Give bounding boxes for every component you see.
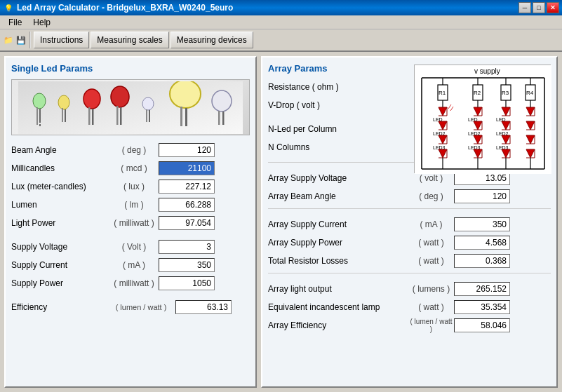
array-supply-power-label: Array Supply Power — [268, 238, 408, 248]
param-row-array-supply-power: Array Supply Power ( watt ) 4.568 — [268, 235, 551, 250]
window-controls: ─ □ ✕ — [518, 2, 559, 13]
param-row-total-resistor-losses: Total Resistor Losses ( watt ) 0.368 — [268, 253, 551, 269]
equiv-incandescent-unit: ( watt ) — [408, 302, 454, 312]
array-beam-angle-value[interactable]: 120 — [454, 189, 510, 203]
array-light-output-unit: ( lumens ) — [408, 284, 454, 294]
supply-power-value[interactable]: 1050 — [159, 276, 215, 290]
supply-power-unit: ( milliwatt ) — [109, 278, 159, 288]
toolbar-separator — [29, 32, 31, 48]
array-beam-angle-label: Array Beam Angle — [268, 191, 408, 201]
array-light-output-label: Array light output — [268, 284, 408, 294]
window-title: Led Array Calculator - Bridgelux_BXRA_W0… — [17, 3, 518, 13]
array-efficiency-value[interactable]: 58.046 — [454, 318, 510, 332]
array-supply-voltage-unit: ( volt ) — [408, 173, 454, 183]
supply-current-label: Supply Current — [11, 260, 109, 270]
lux-unit: ( lux ) — [109, 182, 159, 191]
efficiency-value[interactable]: 63.13 — [175, 300, 232, 314]
svg-point-15 — [142, 97, 154, 110]
params-group-1: Beam Angle ( deg ) 120 Millicandles ( mc… — [11, 142, 250, 231]
total-resistor-losses-value[interactable]: 0.368 — [454, 254, 510, 268]
led-image — [11, 79, 250, 135]
array-efficiency-label: Array Efficiency — [268, 320, 408, 330]
equiv-incandescent-value[interactable]: 35.354 — [454, 300, 510, 314]
instructions-button[interactable]: Instructions — [34, 32, 89, 48]
left-panel: Single Led Params — [4, 56, 257, 388]
svg-rect-2 — [36, 107, 38, 123]
array-beam-angle-unit: ( deg ) — [408, 191, 454, 201]
supply-current-value[interactable]: 350 — [159, 258, 215, 272]
minimize-button[interactable]: ─ — [518, 2, 531, 13]
beam-angle-label: Beam Angle — [11, 145, 109, 155]
param-row-millicandles: Millicandles ( mcd ) 21100 — [11, 161, 250, 176]
app-icon: 💡 — [3, 2, 14, 13]
equiv-incandescent-label: Equivalent incandescent lamp — [268, 302, 408, 312]
maximize-button[interactable]: □ — [533, 2, 545, 13]
lux-label: Lux (meter-candles) — [11, 182, 109, 191]
vdrop-label: V-Drop ( volt ) — [268, 100, 408, 110]
param-row-supply-power: Supply Power ( milliwatt ) 1050 — [11, 276, 250, 291]
svg-rect-7 — [62, 108, 63, 122]
param-row-equiv-incandescent: Equivalent incandescent lamp ( watt ) 35… — [268, 299, 551, 315]
folder-icon: 📁 — [3, 34, 14, 46]
close-button[interactable]: ✕ — [547, 2, 559, 13]
measuring-devices-button[interactable]: Measuring devices — [170, 32, 253, 48]
param-row-beam-angle: Beam Angle ( deg ) 120 — [11, 142, 250, 158]
menu-help[interactable]: Help — [27, 16, 56, 29]
toolbar: 📁 💾 Instructions Measuring scales Measur… — [0, 29, 562, 52]
right-bottom-params: Array light output ( lumens ) 265.152 Eq… — [268, 281, 551, 333]
light-power-value[interactable]: 97.054 — [159, 216, 215, 230]
svg-point-18 — [170, 81, 201, 108]
lux-value[interactable]: 227.12 — [159, 180, 215, 194]
array-supply-current-unit: ( mA ) — [408, 219, 454, 229]
total-resistor-losses-label: Total Resistor Losses — [268, 256, 408, 266]
svg-text:v supply: v supply — [474, 67, 500, 75]
section-divider-2 — [11, 294, 250, 299]
param-row-light-power: Light Power ( milliwatt ) 97.054 — [11, 215, 250, 231]
menu-file[interactable]: File — [3, 16, 27, 29]
light-power-label: Light Power — [11, 218, 109, 228]
efficiency-unit: ( lumen / watt ) — [109, 303, 173, 311]
params-group-2: Supply Voltage ( Volt ) 3 Supply Current… — [11, 239, 250, 291]
right-mid-params: Array Supply Voltage ( volt ) 13.05 Arra… — [268, 170, 551, 204]
svg-rect-22 — [218, 111, 220, 125]
millicandles-value[interactable]: 21100 — [159, 161, 215, 175]
param-row-supply-voltage: Supply Voltage ( Volt ) 3 — [11, 239, 250, 255]
param-row-lumen: Lumen ( lm ) 66.288 — [11, 197, 250, 212]
supply-voltage-value[interactable]: 3 — [159, 240, 215, 254]
save-icon: 💾 — [15, 34, 27, 46]
n-led-label: N-Led per Column — [268, 124, 408, 134]
right-panel: Array Params v supply R1 — [261, 56, 558, 388]
measuring-devices-label: Measuring devices — [177, 35, 247, 45]
light-power-unit: ( milliwatt ) — [109, 218, 159, 228]
lumen-label: Lumen — [11, 200, 109, 210]
lumen-value[interactable]: 66.288 — [159, 198, 215, 212]
beam-angle-value[interactable]: 120 — [159, 143, 215, 157]
circuit-diagram: v supply R1 — [414, 65, 551, 173]
array-supply-current-value[interactable]: 350 — [454, 217, 510, 231]
svg-rect-19 — [180, 107, 182, 126]
instructions-label: Instructions — [40, 35, 83, 45]
measuring-scales-button[interactable]: Measuring scales — [91, 32, 168, 48]
svg-text:R2: R2 — [474, 90, 481, 96]
svg-rect-10 — [88, 107, 91, 125]
millicandles-label: Millicandles — [11, 163, 109, 173]
resistance-label: Resistance ( ohm ) — [268, 82, 408, 92]
measuring-scales-label: Measuring scales — [97, 35, 162, 45]
svg-rect-14 — [120, 107, 122, 125]
svg-rect-23 — [222, 111, 225, 125]
param-row-array-light-output: Array light output ( lumens ) 265.152 — [268, 281, 551, 297]
svg-rect-11 — [92, 109, 94, 125]
array-supply-power-unit: ( watt ) — [408, 238, 454, 248]
array-supply-power-value[interactable]: 4.568 — [454, 236, 510, 250]
array-supply-current-label: Array Supply Current — [268, 219, 408, 229]
section-divider-1 — [11, 234, 250, 239]
efficiency-label: Efficiency — [11, 302, 109, 312]
supply-voltage-unit: ( Volt ) — [109, 242, 159, 252]
led-illustration — [18, 81, 243, 134]
param-row-lux: Lux (meter-candles) ( lux ) 227.12 — [11, 179, 250, 194]
svg-point-1 — [33, 93, 46, 109]
array-light-output-value[interactable]: 265.152 — [454, 282, 510, 296]
param-row-array-supply-current: Array Supply Current ( mA ) 350 — [268, 217, 551, 232]
beam-angle-unit: ( deg ) — [109, 145, 159, 155]
title-bar: 💡 Led Array Calculator - Bridgelux_BXRA_… — [0, 0, 562, 15]
